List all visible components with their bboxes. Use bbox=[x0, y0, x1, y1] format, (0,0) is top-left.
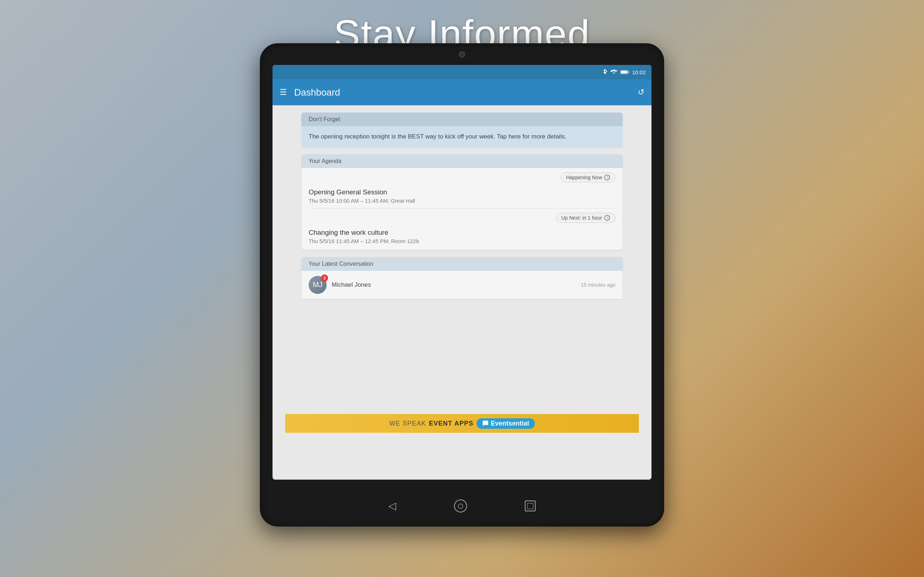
clock-icon-1 bbox=[604, 174, 610, 180]
back-button[interactable]: ◁ bbox=[388, 500, 396, 512]
banner-prefix: WE SPEAK bbox=[389, 420, 426, 427]
up-next-badge: Up Next: in 1 hour bbox=[556, 213, 615, 223]
agenda-card: Your Agenda Happening Now Opening Genera… bbox=[301, 154, 623, 250]
conversation-item[interactable]: MJ 3 Michael Jones 15 minutes ago bbox=[301, 271, 623, 299]
battery-icon bbox=[620, 69, 629, 75]
wifi-icon bbox=[611, 69, 617, 75]
bluetooth-icon bbox=[603, 69, 607, 76]
camera bbox=[459, 51, 465, 58]
recent-button[interactable]: □ bbox=[525, 501, 536, 511]
banner[interactable]: WE SPEAK EVENT APPS Eventsential bbox=[285, 414, 639, 433]
agenda-card-header: Your Agenda bbox=[301, 154, 623, 168]
hamburger-button[interactable]: ☰ bbox=[280, 88, 287, 97]
banner-brand-text: Eventsential bbox=[491, 420, 529, 427]
clock-icon-2 bbox=[604, 215, 610, 221]
session-1-title: Opening General Session bbox=[309, 188, 615, 196]
banner-brand: Eventsential bbox=[477, 418, 535, 429]
banner-highlight: EVENT APPS bbox=[429, 420, 473, 427]
status-icons: 10:02 bbox=[603, 69, 646, 76]
happening-now-label: Happening Now bbox=[566, 174, 602, 180]
home-button[interactable]: ○ bbox=[454, 500, 467, 513]
up-next-label: Up Next: in 1 hour bbox=[561, 215, 602, 221]
session-2-details: Thu 5/5/16 11:45 AM – 12:45 PM; Room 122… bbox=[309, 238, 615, 244]
conversation-card: Your Latest Conversation MJ 3 Michael Jo… bbox=[301, 257, 623, 299]
status-bar: 10:02 bbox=[273, 65, 651, 79]
agenda-item-2[interactable]: Up Next: in 1 hour Changing the work cul… bbox=[301, 208, 623, 250]
avatar-initials: MJ bbox=[313, 280, 323, 289]
agenda-item-1[interactable]: Happening Now Opening General Session Th… bbox=[301, 168, 623, 208]
session-2-title: Changing the work culture bbox=[309, 229, 615, 237]
session-1-details: Thu 5/5/16 10:00 AM – 11:45 AM; Great Ha… bbox=[309, 198, 615, 204]
tablet-screen: 10:02 ☰ Dashboard ↺ Don't Forget The ope… bbox=[273, 65, 651, 480]
tablet-shell: 10:02 ☰ Dashboard ↺ Don't Forget The ope… bbox=[260, 43, 664, 527]
conversation-card-header: Your Latest Conversation bbox=[301, 257, 623, 271]
conversation-name: Michael Jones bbox=[332, 281, 581, 288]
unread-badge: 3 bbox=[321, 274, 328, 282]
app-bar-title: Dashboard bbox=[294, 87, 638, 98]
avatar-wrapper: MJ 3 bbox=[309, 276, 327, 294]
refresh-button[interactable]: ↺ bbox=[638, 88, 644, 97]
svg-rect-1 bbox=[621, 71, 627, 73]
conversation-time: 15 minutes ago bbox=[581, 282, 615, 288]
agenda-card-body: Happening Now Opening General Session Th… bbox=[301, 168, 623, 250]
status-time: 10:02 bbox=[632, 69, 646, 76]
happening-now-badge: Happening Now bbox=[561, 172, 615, 182]
app-bar: ☰ Dashboard ↺ bbox=[273, 79, 651, 105]
tablet-nav: ◁ ○ □ bbox=[273, 485, 651, 527]
speech-bubble-icon bbox=[482, 420, 489, 427]
dont-forget-body: The opening reception tonight is the BES… bbox=[301, 126, 623, 147]
dont-forget-card[interactable]: Don't Forget The opening reception tonig… bbox=[301, 113, 623, 147]
dont-forget-header: Don't Forget bbox=[301, 113, 623, 126]
svg-rect-2 bbox=[628, 71, 630, 73]
dont-forget-text: The opening reception tonight is the BES… bbox=[309, 132, 615, 141]
